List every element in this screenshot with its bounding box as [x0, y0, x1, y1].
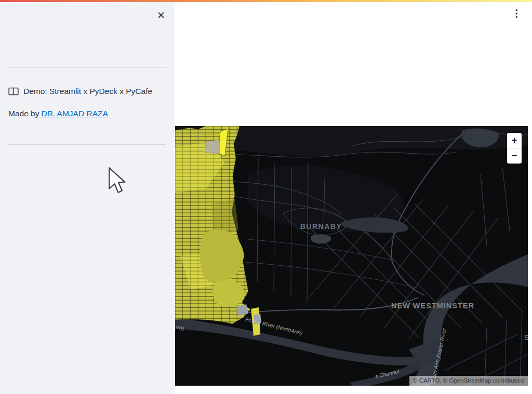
map-label-burnaby: BURNABY: [300, 222, 342, 230]
demo-caption-text: Demo: Streamlit x PyDeck x PyCafe: [23, 87, 152, 96]
map-canvas: BURNABY NEW WESTMINSTER S Fraser River (…: [175, 126, 528, 386]
map-label-surrey-partial: S: [524, 333, 528, 342]
map-zoom-control: + −: [507, 133, 522, 164]
zoom-in-button[interactable]: +: [507, 133, 522, 148]
book-icon: [8, 87, 19, 96]
map-attribution[interactable]: © CARTO, © OpenStreetMap contributors: [409, 376, 528, 386]
sidebar-divider-bottom: [8, 144, 166, 145]
sidebar-divider-top: [8, 67, 166, 68]
made-by-row: Made byDR. AMJAD RAZA: [8, 109, 108, 118]
deck-map[interactable]: BURNABY NEW WESTMINSTER S Fraser River (…: [175, 126, 528, 386]
mouse-cursor-icon: [107, 166, 128, 196]
overflow-menu-button[interactable]: ⋮: [510, 6, 524, 20]
made-by-prefix: Made by: [8, 109, 39, 118]
sidebar: ✕ Demo: Streamlit x PyDeck x PyCafe Made…: [0, 2, 175, 394]
sidebar-close-button[interactable]: ✕: [155, 8, 167, 22]
zoom-out-button[interactable]: −: [507, 148, 522, 164]
author-link[interactable]: DR. AMJAD RAZA: [41, 109, 108, 118]
map-label-new-westminster: NEW WESTMINSTER: [391, 302, 474, 310]
decoration-bar: [0, 0, 532, 2]
demo-caption-row: Demo: Streamlit x PyDeck x PyCafe: [8, 87, 152, 96]
